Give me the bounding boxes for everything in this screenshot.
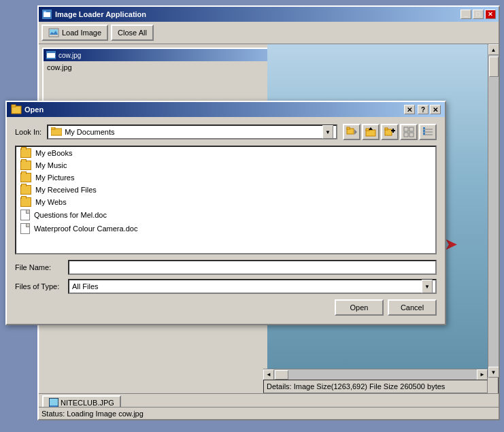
- close-all-label: Close All: [118, 29, 147, 37]
- load-image-button[interactable]: Load Image: [41, 24, 108, 41]
- folder-icon-ebooks: [20, 148, 31, 158]
- detail-view-button[interactable]: [419, 124, 437, 140]
- look-in-row: Look In: My Documents ▼: [15, 124, 437, 140]
- svg-rect-25: [409, 127, 414, 131]
- load-image-label: Load Image: [62, 29, 101, 37]
- details-bar: Details: Image Size(1263,692) File Size …: [263, 380, 488, 393]
- open-label: Open: [350, 303, 369, 312]
- nav-back-button[interactable]: [343, 124, 360, 140]
- svg-rect-31: [423, 127, 425, 129]
- scroll-down-button[interactable]: ▼: [488, 367, 499, 378]
- dialog-title-buttons: ✕ ? ✕: [404, 105, 441, 114]
- up-folder-icon: [365, 127, 376, 137]
- svg-rect-33: [423, 133, 425, 135]
- file-name-ebooks: My eBooks: [35, 149, 72, 157]
- dialog-close-button[interactable]: ✕: [404, 105, 415, 114]
- status-text: Status: Loading Image cow.jpg: [41, 410, 144, 418]
- file-list[interactable]: My eBooks My Music My Pictures My Receiv…: [15, 146, 437, 254]
- doc-icon-waterproof: [20, 223, 30, 234]
- look-in-value: My Documents: [65, 128, 114, 136]
- file-item-ebooks[interactable]: My eBooks: [16, 147, 435, 159]
- folder-icon-webs: [20, 197, 31, 207]
- list-view-button[interactable]: [400, 124, 418, 140]
- arrow-decoration: ➤: [444, 235, 458, 254]
- hscroll-thumb[interactable]: [275, 370, 288, 380]
- svg-rect-18: [366, 129, 369, 131]
- look-in-label: Look In:: [15, 128, 41, 136]
- filename-label: File Name:: [15, 263, 63, 271]
- dialog-body: Look In: My Documents ▼: [7, 117, 445, 301]
- hscroll-track: [274, 369, 477, 380]
- mdi-title-text: cow.jpg: [58, 52, 81, 59]
- details-text: Details: Image Size(1263,692) File Size …: [267, 382, 445, 391]
- svg-rect-24: [404, 127, 408, 131]
- mdi-filename: cow.jpg: [47, 63, 72, 71]
- look-in-combo[interactable]: My Documents ▼: [47, 124, 337, 139]
- svg-rect-9: [50, 399, 58, 405]
- dialog-extra-button[interactable]: ✕: [430, 105, 441, 114]
- vertical-scrollbar: ▲ ▼: [488, 44, 499, 378]
- list-view-icon: [403, 127, 414, 137]
- title-bar-buttons: _ □ ✕: [460, 10, 496, 19]
- open-button[interactable]: Open: [335, 299, 384, 316]
- folder-icon-pictures: [20, 173, 31, 182]
- load-image-icon: [48, 28, 59, 37]
- horizontal-scrollbar: ◄ ►: [263, 369, 488, 380]
- file-item-questions[interactable]: Questions for Mel.doc: [16, 208, 435, 222]
- file-name-waterproof: Waterproof Colour Camera.doc: [34, 225, 137, 233]
- svg-rect-2: [44, 11, 46, 12]
- svg-rect-21: [385, 128, 388, 130]
- title-bar-left: Image Loader Application: [41, 9, 146, 20]
- dialog-title-text: Open: [24, 105, 44, 114]
- scroll-track: [488, 55, 499, 367]
- file-item-received[interactable]: My Received Files: [16, 184, 435, 196]
- svg-rect-10: [12, 106, 21, 114]
- file-name-received: My Received Files: [35, 186, 97, 194]
- look-in-dropdown-arrow[interactable]: ▼: [322, 125, 333, 139]
- close-button[interactable]: ✕: [485, 10, 496, 19]
- folder-icon-music: [20, 161, 31, 170]
- close-all-button[interactable]: Close All: [111, 24, 154, 41]
- svg-rect-13: [51, 127, 55, 129]
- scroll-right-button[interactable]: ►: [477, 369, 488, 380]
- look-in-nav-buttons: [343, 124, 437, 140]
- nav-up-button[interactable]: [362, 124, 380, 140]
- cancel-button[interactable]: Cancel: [388, 299, 437, 316]
- filetype-value: All Files: [72, 282, 99, 290]
- svg-rect-11: [12, 105, 16, 107]
- scroll-up-button[interactable]: ▲: [488, 44, 499, 55]
- filetype-combo[interactable]: All Files ▼: [68, 279, 437, 294]
- file-item-music[interactable]: My Music: [16, 159, 435, 171]
- open-dialog: Open ✕ ? ✕ Look In: My Documents ▼: [5, 101, 446, 325]
- folder-icon-received: [20, 185, 31, 195]
- filename-row: File Name:: [15, 260, 437, 275]
- dialog-buttons: Open Cancel: [335, 299, 437, 316]
- create-folder-button[interactable]: [381, 124, 399, 140]
- toolbar: Load Image Close All: [39, 22, 499, 44]
- file-item-waterproof[interactable]: Waterproof Colour Camera.doc: [16, 222, 435, 235]
- filename-input[interactable]: [68, 260, 437, 275]
- filetype-dropdown-arrow[interactable]: ▼: [422, 280, 433, 293]
- scroll-thumb[interactable]: [489, 56, 499, 77]
- maximize-button[interactable]: □: [473, 10, 484, 19]
- mdi-icon: [46, 51, 56, 59]
- file-item-pictures[interactable]: My Pictures: [16, 171, 435, 184]
- minimize-button[interactable]: _: [460, 10, 471, 19]
- dialog-title-left: Open: [11, 104, 44, 115]
- filetype-label: Files of Type:: [15, 282, 63, 290]
- dialog-title-bar: Open ✕ ? ✕: [7, 102, 445, 117]
- svg-rect-7: [47, 53, 55, 58]
- app-icon: [41, 9, 52, 20]
- dialog-help-button[interactable]: ?: [418, 105, 429, 114]
- file-item-webs[interactable]: My Webs: [16, 196, 435, 208]
- file-name-questions: Questions for Mel.doc: [34, 211, 107, 219]
- scroll-left-button[interactable]: ◄: [263, 369, 274, 380]
- svg-rect-27: [409, 133, 414, 137]
- new-folder-icon: [384, 127, 395, 137]
- back-icon: [346, 127, 357, 137]
- file-name-pictures: My Pictures: [35, 173, 74, 182]
- svg-rect-26: [404, 133, 408, 137]
- app-title: Image Loader Application: [55, 10, 146, 18]
- filename-label-text: File Name:: [15, 263, 51, 271]
- bottom-area: NITECLUB.JPG Status: Loading Image cow.j…: [39, 393, 499, 419]
